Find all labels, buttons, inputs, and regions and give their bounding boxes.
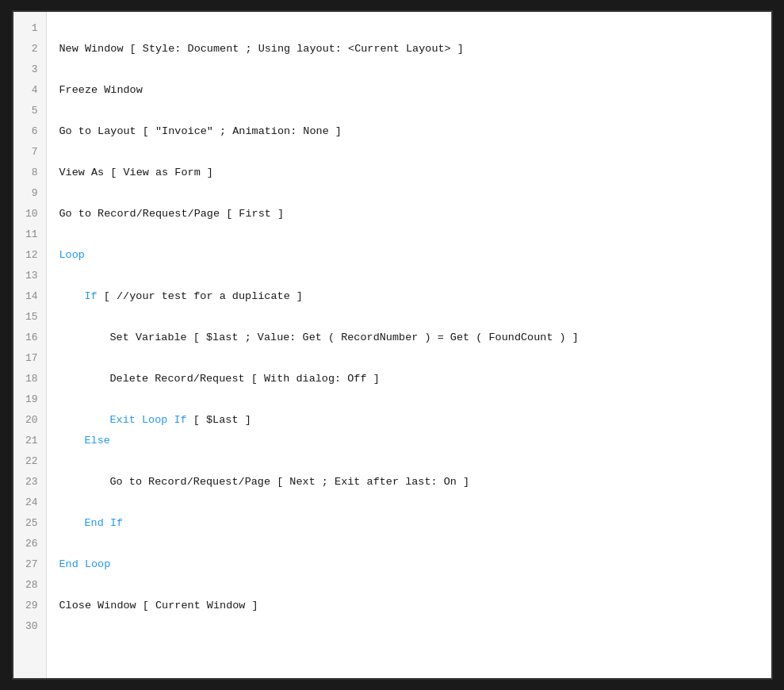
keyword-token: Exit Loop If: [110, 414, 187, 426]
normal-token: New Window [ Style: Document ; Using lay…: [59, 43, 464, 55]
normal-token: View As [ View as Form ]: [59, 167, 213, 178]
normal-token: Go to Layout [ "Invoice" ; Animation: No…: [59, 125, 342, 137]
code-line: New Window [ Style: Document ; Using lay…: [59, 39, 771, 59]
normal-token: Delete Record/Request [ With dialog: Off…: [110, 373, 380, 385]
line-number: 11: [13, 224, 46, 245]
line-number: 28: [13, 575, 46, 596]
line-number: 2: [13, 39, 46, 59]
keyword-token: If: [85, 290, 98, 302]
code-line: Loop: [59, 245, 771, 266]
line-number: 14: [13, 286, 46, 307]
line-number: 30: [13, 616, 46, 637]
keyword-token: Else: [85, 435, 110, 447]
line-number: 12: [13, 245, 46, 266]
line-number: 21: [13, 431, 46, 451]
code-line: [59, 224, 771, 245]
code-line: [59, 534, 771, 554]
keyword-token: End Loop: [59, 558, 111, 570]
code-line: Else: [59, 431, 771, 451]
code-line: [59, 575, 771, 596]
keyword-token: End If: [85, 517, 124, 529]
code-line: Go to Record/Request/Page [ Next ; Exit …: [59, 472, 771, 493]
normal-token: [ //your test for a duplicate ]: [98, 290, 303, 302]
line-numbers: 1234567891011121314151617181920212223242…: [13, 12, 47, 678]
line-number: 3: [13, 59, 46, 80]
line-number: 8: [13, 163, 46, 183]
line-number: 10: [13, 204, 46, 224]
line-number: 24: [13, 493, 46, 513]
line-number: 5: [13, 101, 46, 121]
code-line: Go to Layout [ "Invoice" ; Animation: No…: [59, 121, 771, 142]
keyword-token: Loop: [59, 249, 85, 261]
code-line: If [ //your test for a duplicate ]: [59, 286, 771, 307]
code-line: Go to Record/Request/Page [ First ]: [59, 204, 771, 224]
code-line: [59, 493, 771, 513]
code-line: Exit Loop If [ $Last ]: [59, 410, 771, 431]
code-line: Freeze Window: [59, 80, 771, 101]
line-number: 22: [13, 451, 46, 472]
code-line: [59, 101, 771, 121]
code-content: New Window [ Style: Document ; Using lay…: [47, 12, 771, 678]
normal-token: [ $Last ]: [187, 414, 251, 426]
line-number: 1: [13, 18, 46, 39]
line-number: 4: [13, 80, 46, 101]
line-number: 19: [13, 389, 46, 410]
code-line: End If: [59, 513, 771, 534]
normal-token: Close Window [ Current Window ]: [59, 600, 258, 611]
code-line: [59, 142, 771, 163]
code-line: [59, 59, 771, 80]
code-line: [59, 183, 771, 204]
code-line: Close Window [ Current Window ]: [59, 596, 771, 616]
code-line: [59, 451, 771, 472]
code-line: [59, 266, 771, 286]
code-line: View As [ View as Form ]: [59, 163, 771, 183]
line-number: 7: [13, 142, 46, 163]
code-area: 1234567891011121314151617181920212223242…: [13, 12, 771, 678]
line-number: 25: [13, 513, 46, 534]
line-number: 29: [13, 596, 46, 616]
line-number: 26: [13, 534, 46, 554]
line-number: 9: [13, 183, 46, 204]
normal-token: Go to Record/Request/Page [ Next ; Exit …: [110, 476, 470, 488]
line-number: 23: [13, 472, 46, 493]
line-number: 16: [13, 328, 46, 348]
line-number: 15: [13, 307, 46, 328]
code-line: [59, 389, 771, 410]
code-line: [59, 616, 771, 637]
line-number: 27: [13, 554, 46, 575]
normal-token: Set Variable [ $last ; Value: Get ( Reco…: [110, 332, 579, 343]
normal-token: Go to Record/Request/Page [ First ]: [59, 208, 285, 220]
code-line: End Loop: [59, 554, 771, 575]
code-line: [59, 18, 771, 39]
line-number: 17: [13, 348, 46, 369]
normal-token: Freeze Window: [59, 84, 143, 96]
code-window: 1234567891011121314151617181920212223242…: [12, 10, 773, 680]
line-number: 20: [13, 410, 46, 431]
line-number: 6: [13, 121, 46, 142]
code-line: [59, 348, 771, 369]
code-line: Delete Record/Request [ With dialog: Off…: [59, 369, 771, 389]
code-line: Set Variable [ $last ; Value: Get ( Reco…: [59, 328, 771, 348]
code-line: [59, 307, 771, 328]
line-number: 18: [13, 369, 46, 389]
line-number: 13: [13, 266, 46, 286]
